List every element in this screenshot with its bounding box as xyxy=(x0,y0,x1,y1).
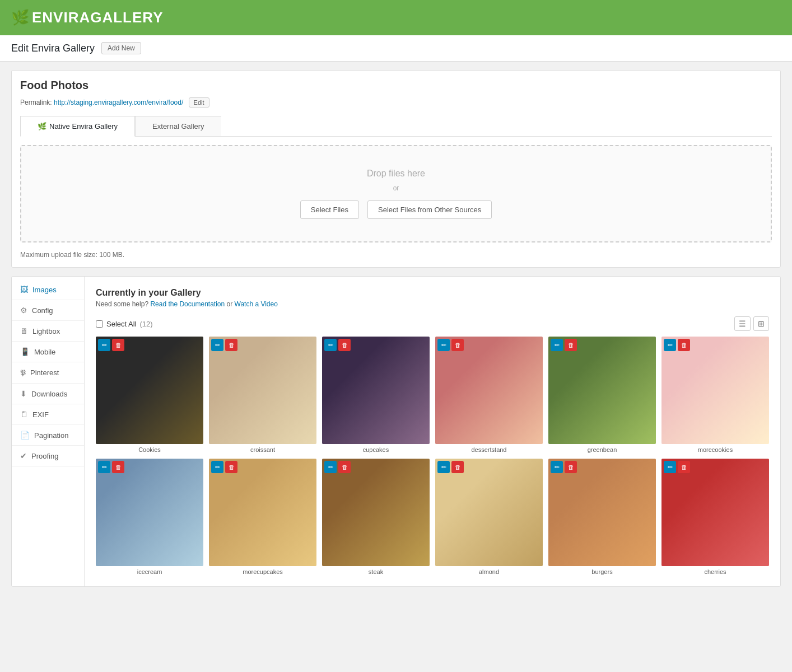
sidebar-label-lightbox: Lightbox xyxy=(32,327,60,335)
delete-image-button[interactable]: 🗑 xyxy=(338,339,351,351)
sidebar-item-proofing[interactable]: ✔Proofing xyxy=(12,446,84,466)
image-item[interactable]: ✏ 🗑 dessertstand xyxy=(435,337,543,453)
delete-image-button[interactable]: 🗑 xyxy=(112,461,124,473)
drop-or: or xyxy=(32,184,760,192)
edit-image-button[interactable]: ✏ xyxy=(551,339,563,351)
image-thumb: ✏ 🗑 xyxy=(96,337,203,444)
image-grid: ✏ 🗑 Cookies ✏ 🗑 croissant ✏ 🗑 cupcakes xyxy=(96,337,769,575)
delete-image-button[interactable]: 🗑 xyxy=(451,339,464,351)
sidebar-item-exif[interactable]: 🗒EXIF xyxy=(12,404,84,425)
delete-image-button[interactable]: 🗑 xyxy=(225,461,237,473)
image-overlay: ✏ 🗑 xyxy=(551,339,577,351)
image-overlay: ✏ 🗑 xyxy=(437,461,464,473)
image-overlay: ✏ 🗑 xyxy=(211,461,237,473)
delete-image-button[interactable]: 🗑 xyxy=(565,339,577,351)
drop-zone[interactable]: Drop files here or Select Files Select F… xyxy=(20,145,772,242)
delete-image-button[interactable]: 🗑 xyxy=(225,339,237,351)
add-new-button[interactable]: Add New xyxy=(101,42,141,54)
image-item[interactable]: ✏ 🗑 morecookies xyxy=(661,337,769,453)
select-all-checkbox[interactable] xyxy=(96,320,103,328)
tab-native[interactable]: 🌿 Native Envira Gallery xyxy=(20,116,135,137)
delete-image-button[interactable]: 🗑 xyxy=(112,339,124,351)
select-other-sources-button[interactable]: Select Files from Other Sources xyxy=(367,200,492,219)
sidebar-item-mobile[interactable]: 📱Mobile xyxy=(12,342,84,362)
permalink-edit-button[interactable]: Edit xyxy=(189,97,209,108)
edit-image-button[interactable]: ✏ xyxy=(211,339,223,351)
image-thumb: ✏ 🗑 xyxy=(209,337,316,444)
gallery-name: Food Photos xyxy=(20,79,772,92)
image-item[interactable]: ✏ 🗑 cherries xyxy=(661,459,769,575)
delete-image-button[interactable]: 🗑 xyxy=(678,461,690,473)
delete-image-button[interactable]: 🗑 xyxy=(338,461,351,473)
delete-image-button[interactable]: 🗑 xyxy=(565,461,577,473)
image-item[interactable]: ✏ 🗑 croissant xyxy=(209,337,316,453)
pinterest-icon: 𝕻 xyxy=(20,368,26,377)
sidebar-label-mobile: Mobile xyxy=(34,348,55,356)
edit-image-button[interactable]: ✏ xyxy=(664,461,676,473)
image-overlay: ✏ 🗑 xyxy=(98,339,124,351)
sidebar-label-proofing: Proofing xyxy=(31,452,58,460)
image-label: croissant xyxy=(209,446,316,453)
image-label: burgers xyxy=(548,568,656,575)
sidebar-label-downloads: Downloads xyxy=(31,390,67,398)
sidebar-item-images[interactable]: 🖼Images xyxy=(12,279,84,300)
image-overlay: ✏ 🗑 xyxy=(324,461,351,473)
downloads-icon: ⬇ xyxy=(20,389,27,398)
image-thumb: ✏ 🗑 xyxy=(322,459,430,566)
drop-buttons: Select Files Select Files from Other Sou… xyxy=(32,200,760,219)
image-thumb: ✏ 🗑 xyxy=(661,337,769,444)
image-thumb: ✏ 🗑 xyxy=(96,459,203,566)
edit-image-button[interactable]: ✏ xyxy=(98,461,110,473)
gallery-header: Currently in your Gallery Need some help… xyxy=(96,288,769,308)
image-item[interactable]: ✏ 🗑 Cookies xyxy=(96,337,203,453)
lightbox-icon: 🖥 xyxy=(20,326,28,335)
edit-image-button[interactable]: ✏ xyxy=(324,339,337,351)
sidebar-label-pagination: Pagination xyxy=(34,431,68,440)
config-icon: ⚙ xyxy=(20,306,27,315)
page-title: Edit Envira Gallery xyxy=(11,43,95,54)
doc-link[interactable]: Read the Documentation xyxy=(150,300,225,308)
video-link[interactable]: Watch a Video xyxy=(235,300,278,308)
image-item[interactable]: ✏ 🗑 morecupcakes xyxy=(209,459,316,575)
sidebar-item-lightbox[interactable]: 🖥Lightbox xyxy=(12,321,84,342)
list-view-button[interactable]: ☰ xyxy=(734,316,751,331)
image-item[interactable]: ✏ 🗑 cupcakes xyxy=(322,337,430,453)
permalink-row: Permalink: http://staging.enviragallery.… xyxy=(20,97,772,108)
edit-image-button[interactable]: ✏ xyxy=(211,461,223,473)
sidebar-item-pagination[interactable]: 📄Pagination xyxy=(12,425,84,446)
image-label: cherries xyxy=(661,568,769,575)
image-item[interactable]: ✏ 🗑 almond xyxy=(435,459,543,575)
sidebar-item-downloads[interactable]: ⬇Downloads xyxy=(12,384,84,404)
grid-view-button[interactable]: ⊞ xyxy=(753,316,769,331)
image-overlay: ✏ 🗑 xyxy=(211,339,237,351)
sidebar-label-pinterest: Pinterest xyxy=(30,368,59,377)
tab-native-leaf-icon: 🌿 xyxy=(38,122,46,130)
edit-image-button[interactable]: ✏ xyxy=(437,461,450,473)
image-overlay: ✏ 🗑 xyxy=(324,339,351,351)
permalink-link[interactable]: http://staging.enviragallery.com/envira/… xyxy=(54,99,183,106)
edit-image-button[interactable]: ✏ xyxy=(98,339,110,351)
sidebar-item-config[interactable]: ⚙Config xyxy=(12,300,84,321)
delete-image-button[interactable]: 🗑 xyxy=(451,461,464,473)
logo: 🌿 ENVIRAGALLERY xyxy=(11,9,164,26)
sidebar-label-images: Images xyxy=(32,286,57,294)
delete-image-button[interactable]: 🗑 xyxy=(678,339,690,351)
sidebar-item-pinterest[interactable]: 𝕻Pinterest xyxy=(12,362,84,384)
gallery-edit-box: Food Photos Permalink: http://staging.en… xyxy=(11,70,781,268)
select-files-button[interactable]: Select Files xyxy=(300,200,359,219)
image-item[interactable]: ✏ 🗑 burgers xyxy=(548,459,656,575)
edit-image-button[interactable]: ✏ xyxy=(324,461,337,473)
images-icon: 🖼 xyxy=(20,285,28,294)
edit-image-button[interactable]: ✏ xyxy=(551,461,563,473)
image-count: (12) xyxy=(139,320,152,328)
tab-external[interactable]: External Gallery xyxy=(135,116,221,136)
image-item[interactable]: ✏ 🗑 greenbean xyxy=(548,337,656,453)
edit-image-button[interactable]: ✏ xyxy=(664,339,676,351)
image-item[interactable]: ✏ 🗑 steak xyxy=(322,459,430,575)
image-overlay: ✏ 🗑 xyxy=(437,339,464,351)
edit-image-button[interactable]: ✏ xyxy=(437,339,450,351)
image-thumb: ✏ 🗑 xyxy=(209,459,316,566)
mobile-icon: 📱 xyxy=(20,347,30,356)
image-label: steak xyxy=(322,568,430,575)
image-item[interactable]: ✏ 🗑 icecream xyxy=(96,459,203,575)
